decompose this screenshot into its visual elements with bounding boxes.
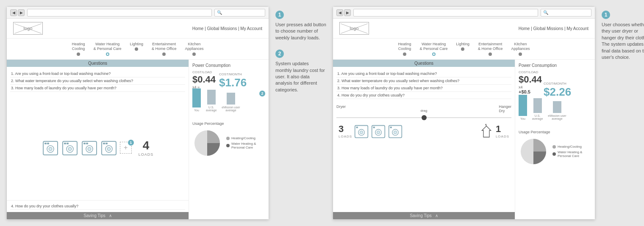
cat-lighting-dot-2 <box>461 47 464 51</box>
usage-title-2: Usage Percentage <box>519 130 591 134</box>
saving-tips-label-2: Saving Tips <box>410 213 432 218</box>
svg-point-27 <box>377 131 380 134</box>
question-4-1: 4. How do you dry your clothes usually? <box>10 203 185 210</box>
browser-content-2: logo Home | Global Missions | My Account… <box>333 19 595 219</box>
question4-area-1: 4. How do you dry your clothes usually? <box>7 200 189 212</box>
pie-area-2: Heating/Cooling Water Heating & Personal… <box>519 137 591 166</box>
back-button-1[interactable]: ◀ <box>10 9 17 16</box>
browser-window-2: ◀ ▶ 🔍 logo Home | Global Missions | My A… <box>333 6 595 220</box>
nav-buttons-1[interactable]: ◀ ▶ <box>10 9 25 16</box>
question-2-1: 2. What water temperature do you usually… <box>10 77 185 85</box>
cost-display-2: COST/LOAD $0.44 x4 +$0.5 x3 = COST/MONTH… <box>519 70 591 99</box>
annotation-panel-2: 1 User chooses whether they user dryer o… <box>600 6 644 220</box>
bar-us-label-2: U.S.average <box>532 114 543 120</box>
bar-you-2: You <box>519 95 527 120</box>
loads-right-num-2: 1 <box>496 124 509 135</box>
bar-emission-fill-1 <box>227 93 235 105</box>
washer-icon-1 <box>42 139 59 156</box>
browser-toolbar-2: ◀ ▶ 🔍 <box>333 7 595 19</box>
address-bar-1[interactable] <box>27 9 212 17</box>
svg-point-17 <box>107 147 111 151</box>
svg-point-7 <box>68 147 72 151</box>
questions-panel-1: Questions 1. Are you using a front-load … <box>7 60 189 219</box>
pie-area-1: Heating/Cooling Water Heating & Personal… <box>192 128 265 158</box>
questions-list-1: 1. Are you using a front-load or top-loa… <box>7 67 189 95</box>
search-bar-2[interactable]: 🔍 <box>541 9 591 17</box>
svg-rect-3 <box>44 143 47 144</box>
svg-rect-14 <box>86 143 88 144</box>
forward-button-1[interactable]: ▶ <box>18 9 25 16</box>
logo-1: logo <box>13 22 43 35</box>
loads-counter-1: 4 LOADS <box>139 139 154 157</box>
power-panel-1: Power Consumption COST/LOAD $0.44 x4 = C… <box>189 60 269 219</box>
drag-dot-2[interactable] <box>422 115 427 120</box>
nav-categories-2: HeatingCooling Water Heating& Personal C… <box>333 39 595 60</box>
loads-right-label-2: LOADS <box>496 135 509 138</box>
dryer-icon-2 <box>371 124 386 139</box>
usage-section-1: Usage Percentage <box>192 121 265 158</box>
annotation-item-2: 2 System updates monthly laundry cost fo… <box>275 50 326 93</box>
questions-list-2: 1. Are you using a front-load or top-loa… <box>333 67 515 102</box>
annotation-num-1: 1 <box>275 11 284 19</box>
saving-tips-2[interactable]: Saving Tips ∧ <box>333 212 515 219</box>
cat-heating-1[interactable]: HeatingCooling <box>72 42 85 56</box>
logo-2: logo <box>339 22 369 35</box>
cat-water-dot-1 <box>106 52 109 56</box>
svg-rect-19 <box>105 143 108 144</box>
cat-ent-dot-2 <box>489 52 492 56</box>
cat-lighting-1[interactable]: Lighting <box>130 42 144 56</box>
cat-heating-2[interactable]: HeatingCooling <box>398 42 411 56</box>
drag-slider-2[interactable]: drag <box>336 117 511 118</box>
address-bar-2[interactable] <box>353 9 538 17</box>
search-bar-1[interactable]: 🔍 <box>214 9 265 17</box>
cat-entertainment-1[interactable]: Entertainment& Home Office <box>152 42 176 56</box>
add-button-area-1[interactable]: + 1 <box>120 142 132 154</box>
question-3-2: 3. How many loads of laundry do you usua… <box>336 85 511 92</box>
annotation-text-3: User chooses whether they user dryer or … <box>602 22 644 61</box>
cost-per-load-group-1: COST/LOAD $0.44 x4 = <box>192 70 216 89</box>
saving-tips-1[interactable]: Saving Tips ∧ <box>7 212 189 219</box>
legend-heating-2: Heating/Cooling <box>552 145 591 149</box>
svg-rect-4 <box>47 143 49 144</box>
cat-ent-dot-1 <box>162 52 166 56</box>
svg-point-23 <box>360 131 363 134</box>
forward-button-2[interactable]: ▶ <box>344 9 351 16</box>
cat-entertainment-2[interactable]: Entertainment& Home Office <box>478 42 502 56</box>
legend-label-heating-1: Heating/Cooling <box>231 136 255 140</box>
cost-month-group-1: COST/MONTH $1.76 <box>219 72 247 89</box>
power-panel-2: Power Consumption COST/LOAD $0.44 x4 +$0… <box>515 60 595 219</box>
cat-kitchen-dot-2 <box>519 52 522 56</box>
add-load-button-1[interactable]: + 1 <box>120 142 132 154</box>
cat-kitchen-1[interactable]: KitchenAppliances <box>185 42 203 56</box>
hanger-group-2: 1 LOADS <box>479 122 509 140</box>
bar-emission-2: eMission useraverage <box>548 101 566 120</box>
loads-left-num-2: 3 <box>339 124 352 135</box>
laundry-area-1: + 1 4 LOADS <box>7 95 189 200</box>
cost-extra-2: +$0.5 <box>519 89 542 94</box>
cat-heating-label-1: HeatingCooling <box>72 42 85 51</box>
power-title-1: Power Consumption <box>192 63 265 68</box>
loads-label-1: LOADS <box>139 152 154 157</box>
cat-kitchen-2[interactable]: KitchenAppliances <box>511 42 530 56</box>
pie-legend-2: Heating/Cooling Water Heating & Personal… <box>552 145 591 158</box>
annotation-text-2: System updates monthly laundry cost for … <box>275 61 326 93</box>
search-icon-2: 🔍 <box>543 10 548 15</box>
annotation-num-2: 2 <box>275 50 284 58</box>
cat-lighting-2[interactable]: Lighting <box>456 42 470 56</box>
bar-chart-1: You U.S.average eMission useraverage 2 <box>192 93 265 118</box>
nav-buttons-2[interactable]: ◀ ▶ <box>336 9 351 16</box>
app-main-1: Questions 1. Are you using a front-load … <box>7 60 269 219</box>
svg-rect-32 <box>390 127 392 128</box>
annotation-panel-1: 1 User presses add button to choose numb… <box>273 6 328 220</box>
cat-water-2[interactable]: Water Heating& Personal Care <box>420 42 448 56</box>
cat-ent-label-2: Entertainment& Home Office <box>478 42 502 51</box>
svg-rect-18 <box>103 143 105 144</box>
washer-icon-4 <box>100 139 117 156</box>
annotation-item-1: 1 User presses add button to choose numb… <box>275 11 326 41</box>
cat-water-1[interactable]: Water Heating& Personal Care <box>94 42 122 56</box>
back-button-2[interactable]: ◀ <box>336 9 343 16</box>
question-4-2: 4. How do you dry your clothes usually? <box>336 92 511 99</box>
dryer-icon-3 <box>388 124 403 139</box>
hanger-label-2: HangerDry <box>499 105 511 113</box>
cost-per-load-value-1: $0.44 <box>192 74 216 85</box>
